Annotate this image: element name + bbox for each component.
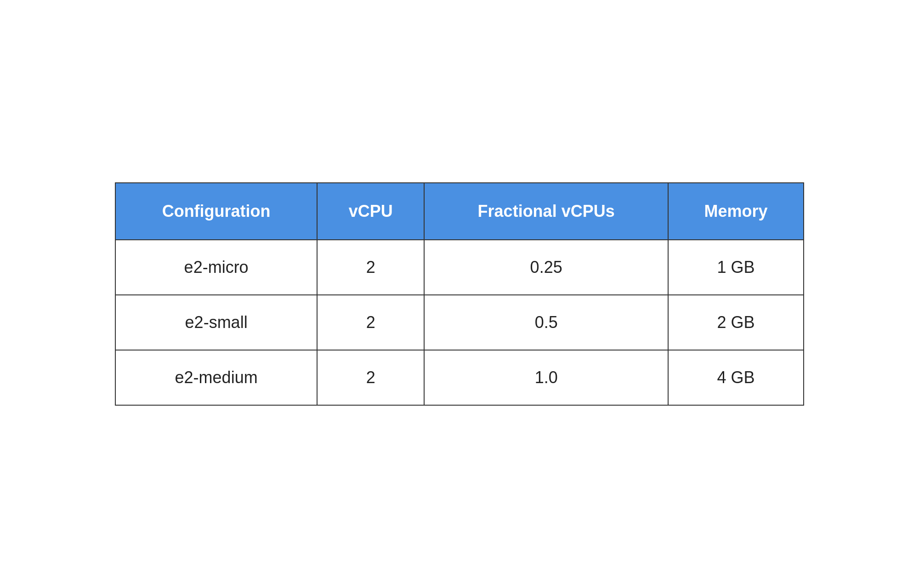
specs-table: Configuration vCPU Fractional vCPUs Memo… — [115, 182, 804, 406]
cell-memory-0: 1 GB — [668, 240, 804, 295]
cell-fractional-0: 0.25 — [424, 240, 668, 295]
header-memory: Memory — [668, 183, 804, 240]
table-row: e2-medium 2 1.0 4 GB — [115, 350, 804, 405]
header-configuration: Configuration — [115, 183, 317, 240]
table-row: e2-small 2 0.5 2 GB — [115, 295, 804, 350]
cell-configuration-0: e2-micro — [115, 240, 317, 295]
cell-fractional-1: 0.5 — [424, 295, 668, 350]
cell-vcpu-1: 2 — [317, 295, 424, 350]
header-vcpu: vCPU — [317, 183, 424, 240]
cell-vcpu-0: 2 — [317, 240, 424, 295]
cell-vcpu-2: 2 — [317, 350, 424, 405]
table-row: e2-micro 2 0.25 1 GB — [115, 240, 804, 295]
cell-configuration-2: e2-medium — [115, 350, 317, 405]
cell-configuration-1: e2-small — [115, 295, 317, 350]
cell-memory-1: 2 GB — [668, 295, 804, 350]
table-header-row: Configuration vCPU Fractional vCPUs Memo… — [115, 183, 804, 240]
cell-memory-2: 4 GB — [668, 350, 804, 405]
header-fractional-vcpus: Fractional vCPUs — [424, 183, 668, 240]
table-container: Configuration vCPU Fractional vCPUs Memo… — [115, 182, 804, 406]
cell-fractional-2: 1.0 — [424, 350, 668, 405]
